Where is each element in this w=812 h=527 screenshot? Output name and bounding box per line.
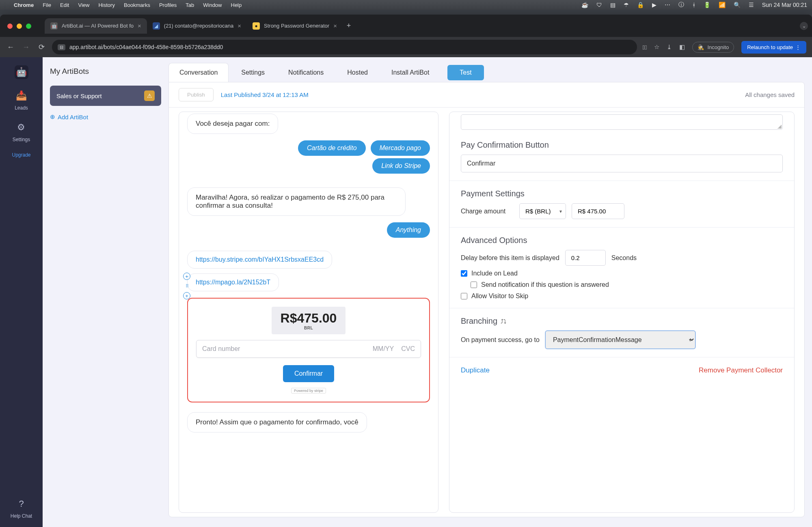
remove-button[interactable]: Remove Payment Collector [699, 366, 783, 374]
status-icon[interactable]: ⓘ [678, 1, 684, 9]
menu-help[interactable]: Help [231, 2, 242, 8]
checkbox-label: Send notification if this question is an… [481, 281, 609, 288]
rail-bots[interactable]: 🤖 [15, 65, 28, 79]
forward-button[interactable]: → [21, 43, 31, 52]
reply-chip[interactable]: Mercado pago [371, 140, 430, 156]
currency-select[interactable]: R$ (BRL) [519, 203, 566, 219]
status-icon[interactable]: ⋯ [665, 2, 670, 8]
bluetooth-icon[interactable]: ᚼ [692, 2, 695, 8]
menu-edit[interactable]: Edit [60, 2, 69, 8]
checkbox-input[interactable] [461, 293, 467, 299]
send-notification-checkbox[interactable]: Send notification if this question is an… [471, 281, 783, 288]
confirm-payment-button[interactable]: Confirmar [283, 365, 334, 382]
publish-button[interactable]: Publish [179, 88, 214, 101]
tab-overflow-button[interactable]: ⌄ [800, 22, 808, 30]
browser-tab[interactable]: ◢ (21) contato@repositoriocana × [147, 18, 247, 34]
incognito-icon: 🕵 [698, 44, 704, 50]
window-zoom-button[interactable] [26, 24, 31, 29]
status-icon[interactable]: ▤ [610, 2, 615, 8]
bookmark-icon[interactable]: ☆ [654, 43, 659, 51]
menu-profiles[interactable]: Profiles [159, 2, 177, 8]
rail-leads[interactable]: 📥 Leads [15, 89, 28, 111]
tab-close-icon[interactable]: × [333, 22, 337, 29]
duplicate-button[interactable]: Duplicate [461, 366, 490, 374]
status-icon[interactable]: ☕ [581, 2, 588, 8]
menu-file[interactable]: File [43, 2, 51, 8]
window-close-button[interactable] [7, 24, 13, 29]
status-icon[interactable]: 🛡 [596, 2, 602, 8]
more-icon: ⋮ [795, 44, 801, 50]
control-center-icon[interactable]: ☰ [749, 2, 754, 8]
menu-history[interactable]: History [98, 2, 114, 8]
downloads-icon[interactable]: ⤓ [667, 43, 672, 51]
menu-tab[interactable]: Tab [186, 2, 194, 8]
message-textarea[interactable] [461, 114, 783, 130]
sidepanel-icon[interactable]: ◧ [679, 43, 685, 51]
status-icon[interactable]: ☂ [624, 2, 629, 8]
link-message[interactable]: https://mpago.la/2N152bT [187, 273, 279, 291]
reply-chip[interactable]: Anything [387, 222, 430, 238]
drag-handle-icon[interactable]: ⠿ [183, 282, 190, 290]
site-info-icon[interactable]: ⊟ [58, 44, 65, 50]
battery-icon[interactable]: 🔋 [704, 2, 710, 8]
tab-settings[interactable]: Settings [230, 63, 276, 82]
bot-message[interactable]: Você deseja pagar com: [187, 114, 278, 134]
branch-target-select[interactable]: PaymentConfirmationMessage [545, 331, 695, 349]
spotlight-icon[interactable]: 🔍 [734, 2, 741, 8]
include-on-lead-checkbox[interactable]: Include on Lead [461, 270, 783, 277]
checkbox-input[interactable] [471, 282, 477, 288]
checkbox-input[interactable] [461, 270, 467, 277]
rail-settings[interactable]: ⚙ Settings [13, 120, 30, 142]
seconds-label: Seconds [611, 254, 637, 262]
address-bar[interactable]: ⊟ app.artibot.ai/bots/c04ae044-f09d-458e… [52, 40, 637, 54]
incognito-chip[interactable]: 🕵 Incognito [692, 42, 734, 53]
add-bot-button[interactable]: ⊕ Add ArtiBot [50, 113, 161, 120]
allow-skip-checkbox[interactable]: Allow Visitor to Skip [461, 293, 783, 300]
rail-help[interactable]: ? Help Chat [11, 497, 32, 519]
tab-hosted[interactable]: Hosted [336, 63, 379, 82]
menu-bookmarks[interactable]: Bookmarks [124, 2, 150, 8]
menubar-app-name[interactable]: Chrome [14, 2, 34, 8]
reply-chip[interactable]: Link do Stripe [372, 158, 430, 174]
back-button[interactable]: ← [6, 43, 15, 52]
browser-tab[interactable]: ● Strong Password Generator × [247, 18, 343, 34]
test-button[interactable]: Test [447, 65, 484, 80]
menu-view[interactable]: View [78, 2, 89, 8]
price-currency: BRL [281, 326, 337, 330]
tab-notifications[interactable]: Notifications [277, 63, 335, 82]
tab-close-icon[interactable]: × [238, 22, 241, 29]
insert-above-button[interactable]: + [183, 273, 190, 280]
bot-message[interactable]: Maravilha! Agora, só realizar o pagament… [187, 187, 406, 216]
status-icon[interactable]: ▶ [652, 2, 657, 8]
link-message[interactable]: https://buy.stripe.com/bIYaHX1SrbsxaEE3c… [187, 251, 332, 269]
new-tab-button[interactable]: + [343, 22, 355, 30]
browser-tabstrip: 🤖 ArtiBot.ai — AI Powered Bot fo × ◢ (21… [0, 15, 812, 37]
on-success-label: On payment success, go to [461, 336, 540, 344]
tracking-icon[interactable]: 👁̸ [643, 44, 647, 51]
wifi-icon[interactable]: 📶 [719, 2, 726, 8]
reply-chip[interactable]: Cartão de crédito [298, 140, 366, 156]
main-tabbar: Conversation Settings Notifications Host… [168, 63, 805, 82]
bot-message[interactable]: Pronto! Assim que o pagamento for confir… [187, 412, 367, 432]
card-input-row[interactable]: Card number MM/YY CVC [196, 340, 421, 358]
checkbox-label: Include on Lead [471, 270, 518, 277]
tab-close-icon[interactable]: × [138, 22, 141, 29]
menu-window[interactable]: Window [203, 2, 222, 8]
insert-below-button[interactable]: + [183, 292, 190, 299]
delay-input[interactable] [565, 250, 606, 266]
tab-install[interactable]: Install ArtiBot [380, 63, 440, 82]
payment-collector-block[interactable]: R$475.00 BRL Card number MM/YY CVC [187, 298, 430, 402]
amount-input[interactable] [572, 203, 624, 219]
window-minimize-button[interactable] [17, 24, 22, 29]
bot-list-item[interactable]: Sales or Support ⚠ [50, 86, 161, 106]
menubar-clock[interactable]: Sun 24 Mar 00:21 [762, 2, 807, 8]
rail-upgrade[interactable]: Upgrade [12, 152, 30, 158]
save-status: All changes saved [745, 91, 795, 98]
pay-confirm-input[interactable] [461, 155, 783, 172]
reload-button[interactable]: ⟳ [37, 43, 46, 52]
relaunch-button[interactable]: Relaunch to update ⋮ [741, 41, 806, 54]
status-icon[interactable]: 🔒 [637, 2, 644, 8]
tab-conversation[interactable]: Conversation [168, 63, 229, 82]
block-settings-pane: Pay Confirmation Button Payment Settings… [449, 112, 795, 513]
browser-tab[interactable]: 🤖 ArtiBot.ai — AI Powered Bot fo × [45, 18, 147, 34]
